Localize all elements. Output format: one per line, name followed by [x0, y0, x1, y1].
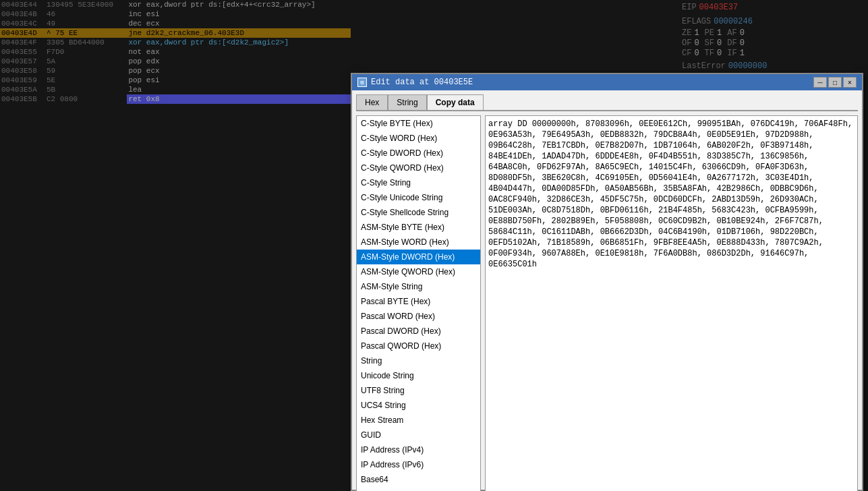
format-item[interactable]: C-Style String — [357, 175, 480, 190]
format-item[interactable]: UCS4 String — [357, 398, 480, 413]
modal-titlebar: ⊞ Edit data at 00403E5E ─ □ × — [352, 74, 862, 90]
format-item[interactable]: Base64 — [357, 472, 480, 487]
format-item[interactable]: String — [357, 353, 480, 368]
edit-data-modal: ⊞ Edit data at 00403E5E ─ □ × Hex String… — [351, 73, 863, 491]
format-item[interactable]: UTF8 String — [357, 383, 480, 398]
format-item[interactable]: ASM-Style WORD (Hex) — [357, 235, 480, 250]
format-item[interactable]: Hex Stream — [357, 413, 480, 428]
format-item[interactable]: GUID — [357, 428, 480, 442]
format-item[interactable]: C-Style Unicode String — [357, 190, 480, 205]
modal-controls: ─ □ × — [813, 77, 857, 88]
format-item[interactable]: Pascal QWORD (Hex) — [357, 339, 480, 353]
format-item[interactable]: ASM-Style String — [357, 279, 480, 294]
data-output-panel: array DD 00000000h, 87083096h, 0EE0E612C… — [485, 115, 858, 491]
close-button[interactable]: × — [843, 77, 857, 88]
format-item[interactable]: MD5 — [357, 487, 480, 491]
format-item[interactable]: Pascal DWORD (Hex) — [357, 324, 480, 339]
format-item[interactable]: C-Style Shellcode String — [357, 205, 480, 220]
format-item[interactable]: C-Style QWORD (Hex) — [357, 161, 480, 175]
format-item[interactable]: Pascal BYTE (Hex) — [357, 294, 480, 309]
maximize-button[interactable]: □ — [828, 77, 842, 88]
format-item[interactable]: ASM-Style QWORD (Hex) — [357, 264, 480, 279]
tab-copy-data[interactable]: Copy data — [427, 94, 484, 110]
tab-hex[interactable]: Hex — [356, 94, 388, 110]
format-item-asm-dword[interactable]: ASM-Style DWORD (Hex) — [357, 250, 480, 264]
format-item[interactable]: Pascal WORD (Hex) — [357, 309, 480, 324]
format-item[interactable]: ASM-Style BYTE (Hex) — [357, 220, 480, 235]
format-item[interactable]: IP Address (IPv6) — [357, 457, 480, 472]
format-item[interactable]: Unicode String — [357, 368, 480, 383]
modal-icon: ⊞ — [357, 78, 367, 87]
main-container: 00403E44 130495 5E3E4000 xor eax,dword p… — [0, 0, 868, 491]
modal-title: Edit data at 00403E5E — [371, 78, 473, 87]
modal-body: Hex String Copy data C-Style BYTE (Hex) … — [352, 90, 862, 491]
format-item[interactable]: C-Style DWORD (Hex) — [357, 146, 480, 161]
format-item[interactable]: C-Style BYTE (Hex) — [357, 116, 480, 131]
minimize-button[interactable]: ─ — [813, 77, 827, 88]
modal-content: C-Style BYTE (Hex) C-Style WORD (Hex) C-… — [356, 115, 858, 491]
format-item[interactable]: C-Style WORD (Hex) — [357, 131, 480, 146]
format-item[interactable]: IP Address (IPv4) — [357, 442, 480, 457]
tab-string[interactable]: String — [388, 94, 426, 110]
data-content: array DD 00000000h, 87083096h, 0EE0E612C… — [488, 119, 852, 269]
modal-tabs: Hex String Copy data — [356, 94, 858, 111]
format-list[interactable]: C-Style BYTE (Hex) C-Style WORD (Hex) C-… — [356, 115, 481, 491]
